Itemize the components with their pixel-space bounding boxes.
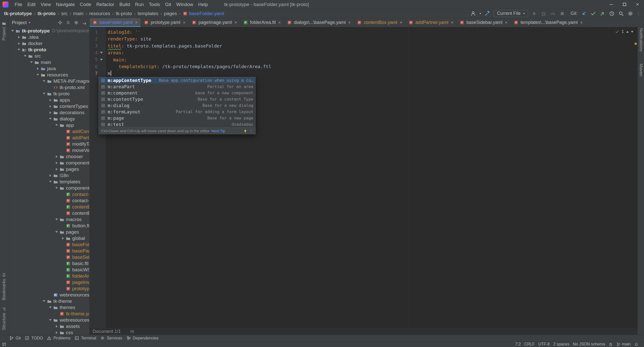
menu-file[interactable]: File	[12, 2, 25, 7]
close-icon[interactable]: ×	[278, 20, 281, 25]
completion-item-m-areapart[interactable]: m:areaPartPartial for an area	[99, 83, 255, 90]
toolwindow-git[interactable]: Git	[9, 336, 21, 340]
code-line-5[interactable]: main:	[108, 56, 637, 63]
close-icon[interactable]: ×	[234, 20, 237, 25]
completion-item-m-component[interactable]: m:componentbase for a new component	[99, 90, 255, 96]
code-line-2[interactable]: renderType: site	[108, 35, 637, 42]
tree-item-components[interactable]: components	[8, 185, 89, 191]
chevron-down-icon[interactable]	[48, 305, 53, 310]
tree-item-modifytags-y[interactable]: modifyTags.y...	[8, 141, 89, 147]
tree-item-contenttypes[interactable]: contentTypes	[8, 103, 89, 109]
tree-item-basepage-yam[interactable]: basePage.yam...	[8, 248, 89, 254]
code-line-1[interactable]: dialogId: ''	[108, 29, 637, 35]
completion-item-m-dialog[interactable]: m:dialogBase for a new dialog	[99, 102, 255, 109]
breadcrumb-tk-proto[interactable]: tk-proto	[37, 11, 56, 16]
tree-item-global[interactable]: global	[8, 235, 89, 241]
tree-item-addcontactpr[interactable]: addContactPr...	[8, 128, 89, 135]
chevron-down-icon[interactable]	[54, 217, 59, 222]
panel-settings-icon[interactable]	[74, 20, 79, 25]
warning-stripe-mark[interactable]	[635, 43, 637, 45]
tree-item-main[interactable]: main	[8, 59, 89, 65]
tree-item-button-ftl[interactable]: button.ftl	[8, 223, 89, 229]
fold-marker-icon[interactable]	[98, 52, 105, 54]
settings-icon[interactable]	[627, 11, 633, 17]
menu-edit[interactable]: Edit	[25, 2, 38, 7]
tree-item-webresources-css[interactable]: webresources.css	[8, 292, 89, 298]
tree-item-docker[interactable]: docker	[8, 40, 89, 47]
chevron-down-icon[interactable]	[54, 123, 59, 127]
status-caret-position[interactable]: 7:2	[515, 342, 521, 346]
chevron-down-icon[interactable]	[42, 92, 46, 96]
tree-item-pages[interactable]: pages	[8, 166, 89, 172]
status-indent-style[interactable]: 2 spaces	[553, 342, 569, 346]
menu-help[interactable]: Help	[196, 2, 211, 7]
close-icon[interactable]: ×	[505, 20, 507, 25]
menu-refactor[interactable]: Refactor	[94, 2, 117, 7]
toolwindow-stripe-bookmarks[interactable]: Bookmarks	[2, 273, 7, 300]
tree-item-apps[interactable]: apps	[8, 97, 89, 103]
menu-build[interactable]: Build	[117, 2, 132, 7]
toolwindow-stripe-project[interactable]: Project	[2, 21, 7, 40]
toolwindow-dependencies[interactable]: Dependencies	[126, 336, 158, 340]
status-file-encoding[interactable]: UTF-8	[538, 342, 550, 346]
tree-item-contact-profil[interactable]: contact-profil...	[8, 191, 89, 197]
fold-marker-icon[interactable]	[98, 59, 105, 61]
tab-prototype-yaml[interactable]: prototype.yaml×	[141, 18, 189, 27]
chevron-right-icon[interactable]	[17, 35, 21, 39]
status-json-schema[interactable]: No JSON schema	[573, 342, 605, 346]
tree-item-basicwsideba[interactable]: basicWSideba...	[8, 267, 89, 273]
tree-item-tk-theme-yaml[interactable]: tk-theme.yaml	[8, 311, 89, 317]
completion-item-m-contenttype[interactable]: m:contentTypeBase for a content Type	[99, 96, 255, 102]
intention-bulb-icon[interactable]	[243, 129, 247, 133]
profiler-button[interactable]	[550, 11, 556, 17]
chevron-right-icon[interactable]	[54, 154, 59, 159]
menu-code[interactable]: Code	[77, 2, 94, 7]
tree-item-idea[interactable]: .idea	[8, 34, 89, 40]
toolwindow-terminal[interactable]: Terminal	[74, 336, 96, 340]
chevron-right-icon[interactable]	[48, 98, 53, 102]
tree-item-components[interactable]: components	[8, 160, 89, 166]
tree-item-contact-profil[interactable]: contact-profil...	[8, 197, 89, 204]
tree-item-tk-prototype[interactable]: tk-prototypeD:\java\workspace\tk-pro	[8, 28, 89, 34]
tab-basesidebar-yaml[interactable]: baseSidebar.yaml×	[457, 18, 511, 27]
breadcrumb-tk-proto[interactable]: tk-proto	[116, 11, 132, 16]
tree-item-tk-theme[interactable]: tk-theme	[8, 298, 89, 304]
tree-item-basesidebar-y[interactable]: baseSidebar.y...	[8, 254, 89, 260]
hide-panel-icon[interactable]	[82, 20, 87, 25]
editor[interactable]: 1234567 dialogId: ''renderType: sitetite…	[90, 27, 637, 328]
tree-item-dialogs[interactable]: dialogs	[8, 116, 89, 122]
tree-item-java[interactable]: java	[8, 65, 89, 72]
tab-templates-basepage-yaml[interactable]: templates\...\basePage.yaml×	[511, 18, 586, 27]
chevron-down-icon[interactable]	[42, 79, 46, 83]
chevron-down-icon[interactable]	[42, 299, 46, 303]
tree-item-meta-inf-magnolia[interactable]: META-INF.magnolia	[8, 78, 89, 84]
close-icon[interactable]: ×	[183, 20, 185, 25]
inspections-widget[interactable]: 1	[615, 29, 633, 34]
code-line-4[interactable]: areas:	[108, 49, 637, 56]
search-everywhere-icon[interactable]	[618, 11, 624, 17]
tab-contentbox-yaml[interactable]: contentBox.yaml×	[354, 18, 406, 27]
tree-item-tk-proto[interactable]: tk-proto	[8, 47, 89, 53]
git-branch-widget[interactable]: main	[616, 342, 631, 346]
chevron-down-icon[interactable]	[48, 180, 53, 184]
readonly-lock-icon[interactable]	[609, 342, 613, 346]
close-icon[interactable]: ×	[580, 20, 583, 25]
chevron-right-icon[interactable]	[54, 324, 59, 329]
editor-code-area[interactable]: dialogId: ''renderType: sitetitel: tk-pr…	[106, 27, 637, 328]
users-icon[interactable]	[470, 11, 476, 17]
tree-item-basefolder-ya[interactable]: baseFolder.ya...	[8, 241, 89, 248]
chevron-right-icon[interactable]	[48, 110, 53, 115]
tree-item-movevorlage[interactable]: moveVorlage...	[8, 147, 89, 153]
completion-item-m-appcontenttype[interactable]: m:appContentTypeBase app configuration w…	[99, 77, 255, 83]
toolwindow-services[interactable]: Services	[100, 336, 122, 340]
toolwindow-todo[interactable]: TODO	[25, 336, 43, 340]
breadcrumb-src[interactable]: src	[61, 11, 67, 16]
chevron-down-icon[interactable]	[48, 318, 53, 322]
menu-run[interactable]: Run	[133, 2, 146, 7]
tab-folderarea-ftl[interactable]: folderArea.ftl×	[240, 18, 284, 27]
more-options-icon[interactable]: ⋮	[637, 11, 640, 16]
completion-item-m-test[interactable]: m:testdsadsadas	[99, 121, 255, 127]
chevron-right-icon[interactable]	[35, 66, 40, 71]
breadcrumb-templates[interactable]: templates	[138, 11, 158, 16]
chevron-right-icon[interactable]	[48, 173, 53, 178]
